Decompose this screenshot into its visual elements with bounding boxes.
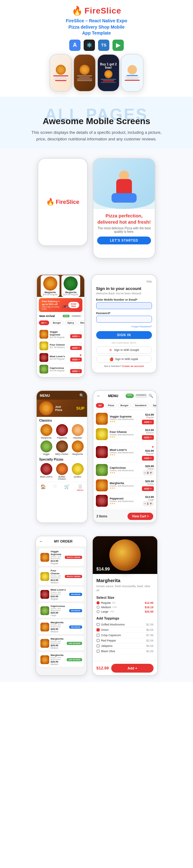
size-large-radio[interactable] — [96, 610, 100, 613]
signin-button[interactable]: SIGN IN — [96, 331, 152, 339]
nav-home[interactable]: 🏠 — [40, 484, 46, 491]
product-hero-price: $14.99 — [96, 566, 110, 571]
meat-stars: ★★★ — [110, 454, 140, 456]
create-account-link[interactable]: Create an account — [122, 365, 144, 368]
cat-tab-spicy[interactable]: Spicy — [65, 320, 76, 325]
menu-search-icon[interactable]: 🔍 — [79, 393, 84, 398]
onion-checkbox[interactable] — [96, 628, 100, 631]
reorder-btn-5[interactable]: REORDER — [69, 625, 82, 629]
menu-cat-row[interactable]: All Pizza Burger Sandwich Spicy Pizza — [93, 401, 156, 410]
apple-signin-button[interactable]: 🍎 Sign In With Apple — [96, 355, 152, 363]
cat-tab-burger[interactable]: Burger — [50, 320, 64, 325]
add-margherita-full-button[interactable]: ADD + — [142, 486, 154, 491]
pepperoni-qty-minus[interactable]: - — [145, 501, 146, 506]
pizza-meat-lovers[interactable]: Meat Lover's — [39, 463, 53, 480]
splash-logo-text: FireSlice — [56, 199, 79, 206]
order-info-1: Veggie Supreme Onions, and Mushrooms. $1… — [51, 550, 64, 564]
new-arrival-title: New Arrival — [39, 314, 55, 318]
add-four-cheese-full-button[interactable]: ADD + — [142, 435, 154, 440]
size-medium-radio[interactable] — [96, 606, 100, 609]
capricciosa-info: Capricciosa $14.99 Regular — [50, 367, 69, 372]
four-cheese-img — [39, 341, 48, 350]
reorder-btn-3[interactable]: REORDER — [69, 593, 82, 596]
mushrooms-checkbox[interactable] — [96, 623, 100, 626]
skip-link[interactable]: Skip — [96, 280, 152, 283]
black-olive-checkbox[interactable] — [96, 650, 100, 653]
menu-item-four-cheese: Four Cheese $17.99 Medium ♡ ADD + — [39, 340, 82, 352]
search-icon-header[interactable]: 🔍 — [149, 394, 153, 398]
add-review-btn-6[interactable]: ADD REVIEW — [67, 642, 82, 645]
password-input[interactable] — [96, 316, 152, 322]
add-capricciosa-button[interactable]: ADD + — [70, 369, 81, 373]
cat-tab-all[interactable]: All + — [39, 320, 49, 325]
veggie-supreme-img — [39, 330, 48, 339]
back-arrow-icon[interactable]: ← — [96, 393, 101, 398]
size-large-row[interactable]: Large 14in $25.99 — [96, 610, 154, 613]
product-detail-phone: $14.99 Margherita tomato sauce, fresh mo… — [92, 536, 158, 675]
veggie-img — [40, 440, 52, 453]
track-order-btn-1[interactable]: TRACK ORDER — [65, 556, 82, 559]
cat-spicy[interactable]: Spicy Pizza — [150, 403, 156, 408]
reorder-btn-4[interactable]: REORDER — [69, 609, 82, 612]
veggie-heart-icon[interactable]: ♡ — [79, 330, 82, 334]
pizza-margherita[interactable]: Margherita — [39, 424, 53, 439]
track-order-btn-2[interactable]: TRACK ORDER — [65, 575, 82, 578]
signin-welcome: Welcome Back You've been Missed! — [96, 292, 152, 295]
add-meat-full-button[interactable]: ADD + — [142, 456, 154, 461]
category-tabs[interactable]: All + Burger Spicy More — [37, 319, 84, 327]
pepperoni-qty-plus[interactable]: + — [150, 501, 152, 506]
qty-plus[interactable]: + — [150, 471, 152, 475]
meat-heart[interactable]: ♥ — [152, 445, 154, 448]
pizza-bbq-chicken[interactable]: BBQ Chicken — [55, 440, 69, 455]
add-veggie-button[interactable]: ADD + — [70, 334, 81, 338]
pizza-margherita-2[interactable]: Margherita — [71, 440, 85, 455]
order-item-5: Margherita Onions, and Mushrooms. $28.99… — [39, 620, 84, 634]
topping-jalapeno[interactable]: Jalapeno $4.59 — [96, 643, 154, 649]
capricciosa-heart-icon[interactable]: ♡ — [79, 365, 82, 369]
topping-red-pepper[interactable]: Red Pepper $2.59 — [96, 638, 154, 643]
qty-minus[interactable]: - — [145, 471, 146, 475]
size-regular-row[interactable]: Regular 8in $12.99 — [96, 601, 154, 604]
cat-pizza[interactable]: Pizza — [105, 403, 117, 408]
red-pepper-checkbox[interactable] — [96, 639, 100, 642]
forgot-password-link[interactable]: Forgot Password? — [96, 325, 152, 328]
add-veggie-full-button[interactable]: ADD + — [142, 420, 154, 425]
capsicum-checkbox[interactable] — [96, 633, 100, 637]
add-cheese-button[interactable]: ADD + — [70, 346, 81, 350]
cat-all[interactable]: All — [96, 403, 104, 408]
pizza-hawaiian[interactable]: Hawaiian — [71, 424, 85, 439]
size-medium-row[interactable]: Medium 10in $18.19 — [96, 606, 154, 609]
onboarding-screen-phone: Pizza perfection, delivered hot and fres… — [93, 158, 155, 258]
nav-cart[interactable]: 🛒 — [64, 484, 70, 491]
topping-onion[interactable]: Onion $0.59 — [96, 627, 154, 633]
cat-tab-more[interactable]: More — [78, 320, 84, 325]
pizza-buffalo-chicken[interactable]: Buffalo Chicken — [55, 463, 69, 480]
add-review-btn-7[interactable]: ADD REVIEW — [67, 658, 82, 661]
cat-sandwich[interactable]: Sandwich — [132, 403, 149, 408]
meat-heart-icon[interactable]: ♥ — [80, 353, 82, 357]
topping-capsicum[interactable]: Crisp Capsicum $7.99 — [96, 633, 154, 638]
get-started-button[interactable]: LET'S STARTED — [97, 237, 151, 244]
google-signin-button[interactable]: G Sign In With Google — [96, 346, 152, 354]
jalapeno-checkbox[interactable] — [96, 644, 100, 648]
topping-black-olive[interactable]: Black Olive $2.59 — [96, 649, 154, 654]
mockup-phone-2 — [73, 54, 96, 92]
view-cart-button[interactable]: View Cart > — [127, 513, 153, 520]
pizza-pepperoni[interactable]: Pepperoni — [55, 424, 69, 439]
email-input[interactable] — [96, 302, 152, 309]
cat-burger[interactable]: Burger — [118, 403, 131, 408]
cart-items-count: 2 Items — [96, 515, 107, 518]
add-to-cart-button[interactable]: Add + — [111, 664, 153, 673]
size-regular-radio[interactable] — [96, 601, 100, 604]
nav-menu[interactable]: ☰ MENU — [77, 484, 84, 491]
add-meat-button[interactable]: ADD + — [70, 358, 81, 362]
my-order-back-icon[interactable]: ← — [39, 539, 44, 544]
capricciosa-qty-control[interactable]: - 3 + — [143, 470, 154, 476]
topping-mushrooms[interactable]: Grilled Mushrooms $1.59 — [96, 622, 154, 627]
pizza-quattro[interactable]: Quattro — [71, 463, 85, 480]
cheese-heart-icon[interactable]: ♡ — [79, 342, 82, 345]
pizza-veggie[interactable]: Veggie — [39, 440, 53, 455]
order-now-button[interactable]: Order Now — [68, 302, 79, 308]
nav-favorites[interactable]: ♡ — [53, 484, 57, 491]
pepperoni-qty-control[interactable]: - 1 + — [143, 501, 154, 506]
